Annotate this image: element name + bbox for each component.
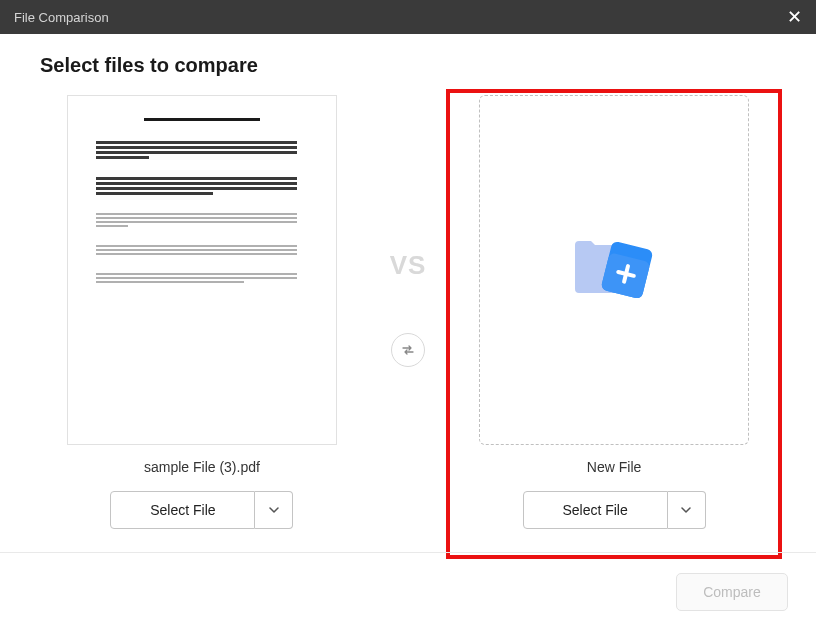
select-group-right: Select File — [523, 491, 706, 529]
file-dropzone-right[interactable] — [479, 95, 749, 445]
select-file-button-left[interactable]: Select File — [110, 491, 255, 529]
middle-column: VS — [364, 95, 452, 367]
select-dropdown-left[interactable] — [255, 491, 293, 529]
chevron-down-icon — [680, 504, 692, 516]
close-icon[interactable]: ✕ — [787, 8, 802, 26]
left-file-name: sample File (3).pdf — [144, 459, 260, 475]
add-file-icon — [569, 235, 659, 305]
file-preview-left[interactable] — [67, 95, 337, 445]
swap-icon — [400, 342, 416, 358]
page-title: Select files to compare — [40, 54, 776, 77]
select-group-left: Select File — [110, 491, 293, 529]
titlebar: File Comparison ✕ — [0, 0, 816, 34]
select-dropdown-right[interactable] — [668, 491, 706, 529]
chevron-down-icon — [268, 504, 280, 516]
compare-button[interactable]: Compare — [676, 573, 788, 611]
window-title: File Comparison — [14, 10, 109, 25]
left-panel: sample File (3).pdf Select File — [40, 95, 364, 529]
vs-label: VS — [390, 250, 427, 281]
compare-row: sample File (3).pdf Select File VS — [40, 95, 776, 529]
right-panel: New File Select File — [452, 95, 776, 529]
footer: Compare — [0, 552, 816, 630]
swap-button[interactable] — [391, 333, 425, 367]
content-area: Select files to compare — [0, 34, 816, 529]
select-file-button-right[interactable]: Select File — [523, 491, 668, 529]
document-thumbnail — [68, 96, 336, 444]
right-file-name: New File — [587, 459, 641, 475]
